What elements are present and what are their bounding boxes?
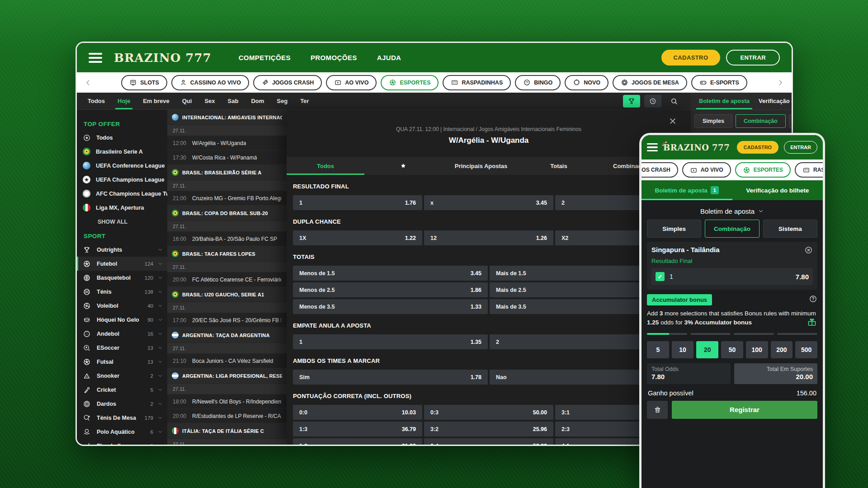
- date-tab[interactable]: Dom: [245, 93, 270, 109]
- league-header[interactable]: ARGENTINA: TAÇA DA ARGENTINA: [167, 328, 287, 343]
- odds-cell[interactable]: 11.76: [293, 195, 422, 210]
- category-tab[interactable]: 77BINGO: [515, 75, 561, 90]
- total-stake-input[interactable]: Total Em Suportes 20.00: [734, 363, 818, 384]
- odds-cell[interactable]: 3:225.96: [424, 422, 553, 436]
- match-row[interactable]: 20:00R/Estudiantes de LP Reserve - R/CA …: [167, 409, 287, 423]
- checkbox-checked[interactable]: ✓: [656, 272, 665, 281]
- category-tab[interactable]: AO VIVO: [326, 75, 377, 90]
- close-icon[interactable]: [668, 117, 677, 127]
- odds-cell[interactable]: 11.35: [293, 334, 488, 349]
- league-header[interactable]: BRASIL: TACA FARES LOPES: [167, 246, 287, 262]
- category-tab[interactable]: SLOTS: [121, 75, 167, 90]
- sport-item[interactable]: eESoccer13: [77, 341, 167, 355]
- stake-button[interactable]: 100: [746, 341, 768, 358]
- league-header[interactable]: BRASIL: COPA DO BRASIL SUB-20: [167, 206, 287, 221]
- sport-item[interactable]: Ténis De Mesa179: [77, 411, 167, 425]
- league-header[interactable]: BRASIL: BRASILEIRÃO SÉRIE A: [167, 165, 287, 180]
- odds-cell[interactable]: 121.26: [424, 230, 553, 245]
- time-filter-button[interactable]: [644, 95, 661, 108]
- match-row[interactable]: 16:0020/Bahia-BA - 20/São Paulo FC SP: [167, 232, 287, 246]
- top-offer-item[interactable]: AFC Champions League Two: [77, 187, 167, 201]
- tab-boletim[interactable]: Boletim de aposta 1: [642, 180, 732, 200]
- stake-button[interactable]: 50: [721, 341, 743, 358]
- category-tab[interactable]: CASSINO AO VIVO: [171, 75, 249, 90]
- sport-item[interactable]: Outrights: [77, 243, 167, 257]
- league-header[interactable]: INTERNACIONAL: AMIGAVEIS INTERNACIONAIS …: [167, 110, 287, 125]
- chevron-right-icon[interactable]: [774, 79, 786, 87]
- modal-tab[interactable]: Principais Apostas: [442, 157, 520, 175]
- tab-verificacao[interactable]: Verificação do bilhete: [732, 180, 823, 200]
- chevron-left-icon[interactable]: [82, 79, 94, 87]
- stake-button[interactable]: 10: [672, 341, 694, 358]
- nav-link[interactable]: COMPETIÇÕES: [239, 54, 291, 61]
- nav-link[interactable]: AJUDA: [377, 54, 401, 61]
- top-offer-item[interactable]: Liga MX, Apertura: [77, 201, 167, 215]
- betslip-dropdown[interactable]: Boletim de aposta: [647, 204, 817, 218]
- sport-item[interactable]: Basquetebol120: [77, 271, 167, 285]
- odds-cell[interactable]: Sim1.78: [293, 370, 488, 385]
- remove-bet-icon[interactable]: [804, 246, 813, 256]
- category-tab[interactable]: NOVO: [565, 75, 609, 90]
- category-tab[interactable]: ESPORTES: [735, 162, 791, 178]
- register-button[interactable]: Registrar: [672, 401, 817, 419]
- odds-cell[interactable]: Menos de 2.51.86: [293, 282, 488, 297]
- date-tab[interactable]: Sex: [198, 93, 221, 109]
- sport-item[interactable]: Hóquei No Gelo90: [77, 313, 167, 327]
- date-tab[interactable]: Em breve: [137, 93, 176, 109]
- odds-cell[interactable]: 0:010.03: [293, 405, 422, 420]
- date-tab[interactable]: Sab: [222, 93, 245, 109]
- odds-cell[interactable]: 1:221.93: [293, 438, 422, 445]
- trophy-filter-button[interactable]: [623, 95, 640, 108]
- betslip-mode[interactable]: Combinação: [736, 114, 786, 128]
- league-header[interactable]: BRASIL: U20 GAUCHO, SERIE A1: [167, 287, 287, 302]
- question-icon[interactable]: [809, 295, 817, 305]
- category-tab[interactable]: ESPORTES: [381, 75, 439, 90]
- clear-betslip-button[interactable]: [647, 401, 668, 419]
- odds-cell[interactable]: 0:452.83: [424, 438, 553, 445]
- category-tab[interactable]: RASPADINHAS: [795, 162, 823, 178]
- betslip-mode[interactable]: Sistema: [763, 220, 817, 238]
- sport-item[interactable]: Futsal13: [77, 355, 167, 369]
- match-row[interactable]: 20:00FC Atlético Cearense CE - Ferroviár…: [167, 272, 287, 287]
- match-row[interactable]: 21:00Cruzeiro MG - Gremio FB Porto Alegr…: [167, 191, 287, 206]
- search-button[interactable]: [665, 95, 683, 108]
- betslip-tab[interactable]: Boletim de aposta: [694, 93, 754, 109]
- odds-cell[interactable]: 1:336.79: [293, 422, 422, 436]
- sport-item[interactable]: Polo Aquático6: [77, 425, 167, 439]
- sport-item[interactable]: Snooker2: [77, 369, 167, 383]
- category-tab[interactable]: AO VIVO: [682, 162, 731, 178]
- brand-logo[interactable]: BRAZINO 777: [663, 143, 730, 152]
- stake-button[interactable]: 20: [696, 341, 718, 358]
- hamburger-menu-icon[interactable]: [647, 143, 658, 152]
- category-tab[interactable]: E-SPORTS: [691, 75, 747, 90]
- sport-item[interactable]: Ténis138: [77, 285, 167, 299]
- entrar-button[interactable]: ENTRAR: [784, 141, 817, 154]
- sport-item[interactable]: Futebol124: [77, 257, 167, 271]
- league-header[interactable]: ITÁLIA: TAÇA DE ITÁLIA SÉRIE C: [167, 423, 287, 439]
- date-tab[interactable]: Todos: [81, 93, 111, 109]
- stake-button[interactable]: 200: [771, 341, 793, 358]
- sport-item[interactable]: Voleibol40: [77, 299, 167, 313]
- date-tab[interactable]: Hoje: [111, 93, 137, 109]
- hamburger-menu-icon[interactable]: [89, 53, 102, 63]
- top-offer-item[interactable]: UEFA Champions League: [77, 173, 167, 187]
- sport-item[interactable]: Floorball8: [77, 439, 167, 445]
- top-offer-item[interactable]: Todos: [77, 131, 167, 145]
- sport-item[interactable]: Andebol16: [77, 327, 167, 341]
- odds-cell[interactable]: 0:350.00: [424, 405, 553, 420]
- odds-cell[interactable]: 1X1.22: [293, 230, 422, 245]
- betslip-mode[interactable]: Simples: [694, 114, 732, 128]
- cadastro-button[interactable]: CADASTRO: [737, 141, 778, 154]
- sport-item[interactable]: Cricket5: [77, 383, 167, 397]
- entrar-button[interactable]: ENTRAR: [726, 50, 780, 66]
- odds-cell[interactable]: Menos de 1.53.45: [293, 266, 488, 281]
- date-tab[interactable]: Seg: [270, 93, 294, 109]
- nav-link[interactable]: PROMOÇÕES: [311, 54, 357, 61]
- modal-tab-favorites[interactable]: [364, 157, 442, 175]
- category-tab[interactable]: RASPADINHAS: [443, 75, 511, 90]
- brand-logo[interactable]: BRAZINO 777: [114, 51, 212, 65]
- modal-tab[interactable]: Totais: [520, 157, 598, 175]
- odds-cell[interactable]: Menos de 3.51.33: [293, 299, 488, 314]
- show-all-link[interactable]: SHOW ALL: [77, 215, 167, 229]
- modal-tab[interactable]: Todos: [287, 157, 364, 175]
